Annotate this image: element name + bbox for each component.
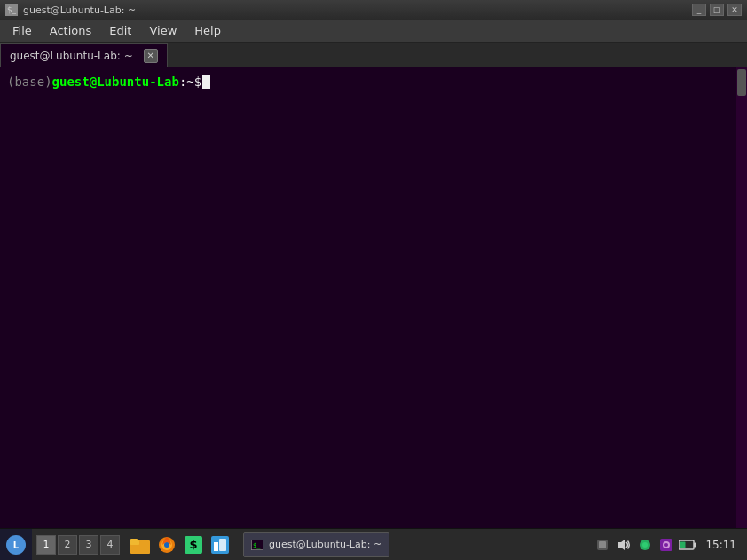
- lxde-launcher[interactable]: [208, 532, 232, 557]
- svg-rect-9: [214, 542, 218, 551]
- tab-bar: guest@Lubuntu-Lab: ~ ✕: [0, 43, 747, 67]
- maximize-button[interactable]: □: [710, 4, 724, 16]
- terminal-tab[interactable]: guest@Lubuntu-Lab: ~ ✕: [0, 43, 168, 67]
- close-button[interactable]: ✕: [727, 4, 742, 16]
- battery-icon[interactable]: [679, 536, 696, 554]
- notification-area-icon[interactable]: [594, 536, 611, 554]
- title-bar-left: $_ guest@Lubuntu-Lab: ~: [5, 4, 136, 16]
- terminal-icon: $_: [5, 4, 18, 16]
- terminal-prompt-line: (base) guest@Lubuntu-Lab :~$: [7, 73, 740, 91]
- firefox-launcher[interactable]: [154, 532, 179, 557]
- svg-rect-23: [680, 541, 686, 548]
- taskbar-apps: $: [124, 532, 236, 557]
- workspace-1[interactable]: 1: [36, 535, 56, 555]
- user-host-label: guest@Lubuntu-Lab: [52, 73, 179, 91]
- menu-edit[interactable]: Edit: [100, 22, 140, 39]
- svg-text:$_: $_: [253, 542, 261, 549]
- svg-rect-4: [130, 539, 138, 542]
- svg-text:L: L: [13, 540, 20, 550]
- tab-close-button[interactable]: ✕: [144, 49, 158, 63]
- active-window-label: guest@Lubuntu-Lab: ~: [269, 539, 381, 550]
- conda-env-label: (base): [7, 73, 52, 91]
- workspace-2[interactable]: 2: [58, 535, 77, 555]
- svg-rect-14: [599, 541, 606, 548]
- activity-icon[interactable]: [657, 536, 675, 554]
- tab-title: guest@Lubuntu-Lab: ~: [10, 50, 133, 62]
- title-bar: $_ guest@Lubuntu-Lab: ~ _ □ ✕: [0, 0, 747, 20]
- system-tray: 15:11: [588, 536, 747, 554]
- workspace-3[interactable]: 3: [79, 535, 98, 555]
- start-button[interactable]: L: [0, 529, 32, 561]
- scrollbar-thumb[interactable]: [737, 69, 746, 96]
- file-manager-launcher[interactable]: [128, 532, 153, 557]
- menu-view[interactable]: View: [140, 22, 185, 39]
- svg-point-7: [164, 542, 169, 548]
- terminal-scrollbar[interactable]: [736, 67, 747, 528]
- menu-actions[interactable]: Actions: [41, 22, 101, 39]
- minimize-button[interactable]: _: [692, 4, 706, 16]
- svg-marker-15: [618, 540, 625, 550]
- workspace-4[interactable]: 4: [100, 535, 120, 555]
- terminal-area[interactable]: (base) guest@Lubuntu-Lab :~$: [0, 67, 747, 528]
- svg-rect-22: [694, 542, 696, 547]
- dollar-icon: $: [185, 536, 202, 554]
- active-window-button[interactable]: $_ guest@Lubuntu-Lab: ~: [243, 532, 389, 557]
- workspace-switcher: 1 2 3 4: [32, 529, 124, 561]
- menu-help[interactable]: Help: [185, 22, 230, 39]
- window-controls: _ □ ✕: [692, 4, 742, 16]
- taskbar: L 1 2 3 4 $: [0, 528, 747, 560]
- cursor: [202, 75, 210, 89]
- taskbar-active-window: $_ guest@Lubuntu-Lab: ~: [236, 532, 484, 557]
- svg-point-20: [664, 543, 668, 547]
- start-icon: L: [6, 535, 26, 555]
- network-icon[interactable]: [636, 536, 654, 554]
- prompt-suffix: :~$: [179, 73, 201, 91]
- menu-bar: File Actions Edit View Help: [0, 20, 747, 43]
- system-clock: 15:11: [700, 539, 742, 551]
- svg-rect-10: [219, 539, 226, 551]
- finance-launcher[interactable]: $: [181, 532, 206, 557]
- volume-icon[interactable]: [615, 536, 633, 554]
- menu-file[interactable]: File: [4, 22, 41, 39]
- svg-point-17: [642, 542, 648, 548]
- window-title: guest@Lubuntu-Lab: ~: [23, 4, 136, 16]
